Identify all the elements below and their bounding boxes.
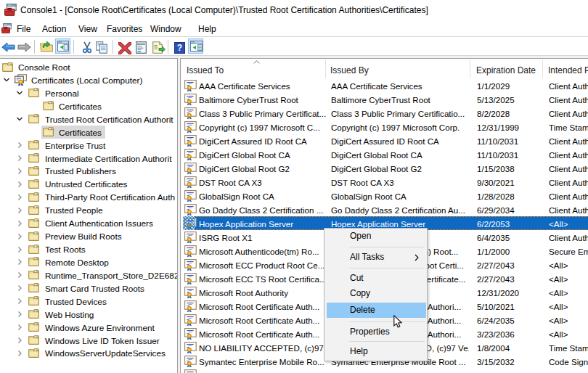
svg-text:?: ? [177,43,182,53]
